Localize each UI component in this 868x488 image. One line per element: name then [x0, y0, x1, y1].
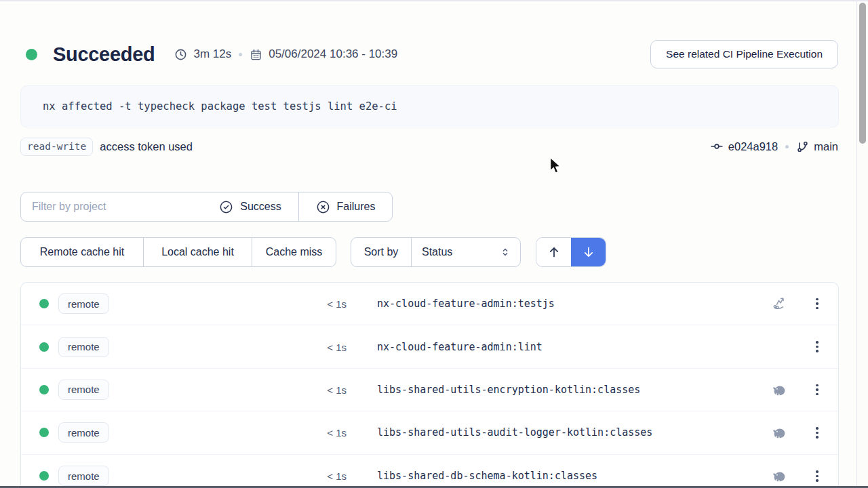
- scrollbar-thumb[interactable]: [859, 3, 866, 144]
- duration-value: 3m 12s: [193, 47, 231, 61]
- task-duration: < 1s: [279, 298, 347, 310]
- mouse-cursor: [547, 156, 564, 176]
- page-title: Succeeded: [53, 43, 155, 66]
- failures-filter-button[interactable]: Failures: [298, 192, 392, 221]
- task-name[interactable]: nx-cloud-feature-admin:testjs: [377, 298, 555, 310]
- row-menu-button[interactable]: [809, 339, 825, 355]
- gradle-icon: [771, 426, 787, 439]
- git-commit-icon: [710, 140, 724, 153]
- separator-dot: [239, 53, 242, 56]
- check-circle-icon: [219, 200, 233, 214]
- task-list: remote < 1s nx-cloud-feature-admin:testj…: [20, 282, 839, 488]
- clock-icon: [174, 48, 187, 61]
- token-text: access token used: [100, 140, 193, 153]
- run-header: Succeeded 3m 12s 05/06/2024 10:36 - 10:3…: [20, 40, 839, 68]
- gradle-icon: [771, 384, 787, 396]
- cache-miss-label: Cache miss: [266, 246, 323, 258]
- chevron-up-down-icon: [499, 246, 511, 258]
- task-status-dot: [39, 471, 49, 481]
- status-dot: [26, 49, 37, 60]
- task-status-dot: [39, 428, 49, 437]
- task-duration: < 1s: [279, 384, 347, 395]
- command-block: nx affected -t typecheck package test te…: [20, 85, 839, 127]
- secondary-filter-bar: Remote cache hit Local cache hit Cache m…: [20, 237, 839, 267]
- related-ci-pipeline-button[interactable]: See related CI Pipeline Execution: [650, 40, 838, 68]
- chart-icon: [771, 296, 787, 312]
- token-row: read-write access token used e024a918 ma…: [20, 137, 839, 156]
- arrow-up-icon: [547, 245, 561, 260]
- cache-source-badge: remote: [58, 337, 109, 357]
- project-filter-bar: Success Failures: [20, 192, 393, 222]
- remote-cache-hit-label: Remote cache hit: [40, 246, 125, 258]
- cache-source-badge: remote: [58, 422, 109, 443]
- row-menu-button[interactable]: [809, 424, 825, 441]
- task-row[interactable]: remote < 1s nx-cloud-feature-admin:lint: [21, 325, 838, 368]
- task-name[interactable]: libs-shared-utils-audit-logger-kotlin:cl…: [377, 426, 652, 439]
- vcs-info: e024a918 main: [710, 137, 838, 156]
- task-status-dot: [39, 385, 49, 394]
- success-filter-label: Success: [240, 201, 281, 213]
- date-range: 05/06/2024 10:36 - 10:39: [269, 47, 397, 61]
- sort-field-value: Status: [422, 246, 452, 258]
- row-menu-button[interactable]: [809, 296, 825, 312]
- success-filter-button[interactable]: Success: [202, 192, 298, 221]
- token-scope-badge: read-write: [20, 138, 93, 156]
- separator-dot: [785, 145, 789, 148]
- task-duration: < 1s: [279, 427, 347, 439]
- commit-hash[interactable]: e024a918: [728, 140, 778, 153]
- arrow-down-icon: [581, 245, 596, 260]
- local-cache-hit-label: Local cache hit: [161, 246, 234, 258]
- task-duration: < 1s: [279, 341, 347, 352]
- x-circle-icon: [316, 200, 330, 214]
- task-duration: < 1s: [279, 470, 347, 482]
- task-row[interactable]: remote < 1s libs-shared-utils-encryption…: [21, 369, 838, 411]
- sort-field-select[interactable]: Status: [411, 238, 520, 266]
- task-row[interactable]: remote < 1s nx-cloud-feature-admin:testj…: [21, 283, 838, 325]
- cache-source-badge: remote: [58, 466, 109, 486]
- date-meta: 05/06/2024 10:36 - 10:39: [250, 47, 397, 61]
- cache-source-badge: remote: [58, 380, 109, 400]
- scrollbar-track[interactable]: [856, 1, 868, 488]
- gradle-icon: [771, 470, 787, 482]
- branch-name[interactable]: main: [814, 140, 838, 153]
- calendar-icon: [250, 48, 262, 61]
- task-status-dot: [39, 299, 49, 308]
- sort-descending-button[interactable]: [571, 238, 606, 266]
- task-name[interactable]: nx-cloud-feature-admin:lint: [377, 341, 542, 353]
- sort-direction-group: [536, 237, 606, 267]
- remote-cache-hit-button[interactable]: Remote cache hit: [21, 238, 143, 266]
- task-row[interactable]: remote < 1s libs-shared-db-schema-kotlin…: [21, 455, 838, 488]
- sort-by-label: Sort by: [351, 238, 411, 266]
- git-branch-icon: [796, 140, 809, 153]
- failures-filter-label: Failures: [337, 201, 376, 213]
- sort-group: Sort by Status: [351, 237, 521, 267]
- local-cache-hit-button[interactable]: Local cache hit: [143, 238, 252, 266]
- command-text: nx affected -t typecheck package test te…: [43, 100, 397, 113]
- duration-meta: 3m 12s: [174, 47, 231, 61]
- task-name[interactable]: libs-shared-db-schema-kotlin:classes: [377, 470, 597, 482]
- filter-by-project-input[interactable]: [21, 192, 202, 221]
- row-menu-button[interactable]: [809, 382, 825, 398]
- task-name[interactable]: libs-shared-utils-encryption-kotlin:clas…: [377, 384, 640, 396]
- cache-miss-button[interactable]: Cache miss: [252, 238, 336, 266]
- task-row[interactable]: remote < 1s libs-shared-utils-audit-logg…: [21, 411, 838, 454]
- cache-source-badge: remote: [58, 293, 109, 314]
- cache-filter-group: Remote cache hit Local cache hit Cache m…: [20, 237, 336, 267]
- row-menu-button[interactable]: [809, 468, 825, 484]
- task-status-dot: [39, 342, 49, 352]
- sort-ascending-button[interactable]: [536, 238, 571, 266]
